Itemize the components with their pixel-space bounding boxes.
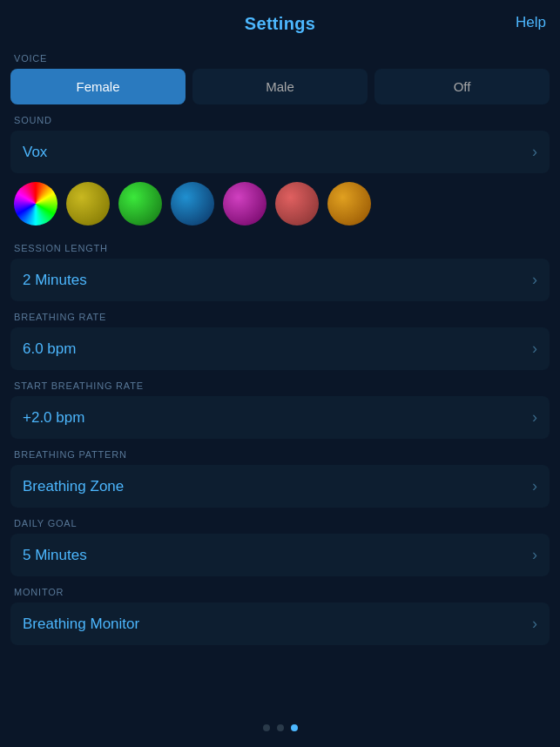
breathing-rate-row[interactable]: 6.0 bpm ›: [10, 327, 550, 370]
color-circles-group: [10, 175, 550, 232]
settings-content: VOICE Female Male Off SOUND Vox › SESSIO…: [0, 53, 560, 645]
start-breathing-rate-label: START BREATHING RATE: [10, 380, 550, 391]
breathing-pattern-chevron-icon: ›: [532, 477, 537, 495]
page-dot-2[interactable]: [277, 724, 284, 731]
page-title: Settings: [245, 14, 315, 34]
daily-goal-row[interactable]: 5 Minutes ›: [10, 534, 550, 576]
voice-label: VOICE: [10, 53, 550, 64]
color-circle-coral[interactable]: [275, 182, 319, 225]
session-length-chevron-icon: ›: [532, 271, 537, 289]
header: Settings Help: [0, 0, 560, 43]
start-breathing-rate-value: +2.0 bpm: [23, 409, 84, 427]
voice-male-button[interactable]: Male: [192, 69, 368, 104]
voice-off-button[interactable]: Off: [374, 69, 550, 104]
sound-label: SOUND: [10, 115, 550, 125]
breathing-rate-chevron-icon: ›: [532, 340, 537, 358]
color-circle-olive[interactable]: [66, 182, 110, 225]
session-length-row[interactable]: 2 Minutes ›: [10, 259, 550, 301]
help-button[interactable]: Help: [516, 14, 546, 31]
color-circle-rainbow[interactable]: [14, 182, 57, 225]
voice-female-button[interactable]: Female: [10, 69, 186, 104]
session-length-label: SESSION LENGTH: [10, 243, 550, 253]
start-breathing-rate-row[interactable]: +2.0 bpm ›: [10, 396, 550, 439]
monitor-chevron-icon: ›: [532, 615, 537, 633]
color-circle-green[interactable]: [118, 182, 162, 225]
page-dot-3[interactable]: [291, 724, 298, 731]
breathing-pattern-row[interactable]: Breathing Zone ›: [10, 465, 550, 508]
page-dots: [263, 724, 298, 731]
monitor-value: Breathing Monitor: [23, 616, 139, 633]
daily-goal-chevron-icon: ›: [532, 546, 537, 564]
breathing-pattern-value: Breathing Zone: [23, 478, 124, 495]
page-dot-1[interactable]: [263, 724, 270, 731]
sound-value: Vox: [23, 144, 47, 161]
sound-row[interactable]: Vox ›: [10, 131, 550, 173]
sound-chevron-icon: ›: [532, 143, 537, 161]
voice-buttons-group: Female Male Off: [10, 69, 550, 104]
breathing-pattern-label: BREATHING PATTERN: [10, 449, 550, 460]
session-length-value: 2 Minutes: [23, 272, 87, 289]
daily-goal-label: DAILY GOAL: [10, 518, 550, 528]
breathing-rate-label: BREATHING RATE: [10, 312, 550, 322]
start-breathing-rate-chevron-icon: ›: [532, 408, 537, 427]
monitor-row[interactable]: Breathing Monitor ›: [10, 602, 550, 645]
monitor-label: MONITOR: [10, 587, 550, 597]
color-circle-teal[interactable]: [171, 182, 214, 225]
color-circle-gold[interactable]: [327, 182, 371, 225]
color-circle-purple[interactable]: [223, 182, 267, 225]
breathing-rate-value: 6.0 bpm: [23, 340, 76, 358]
daily-goal-value: 5 Minutes: [23, 547, 87, 564]
